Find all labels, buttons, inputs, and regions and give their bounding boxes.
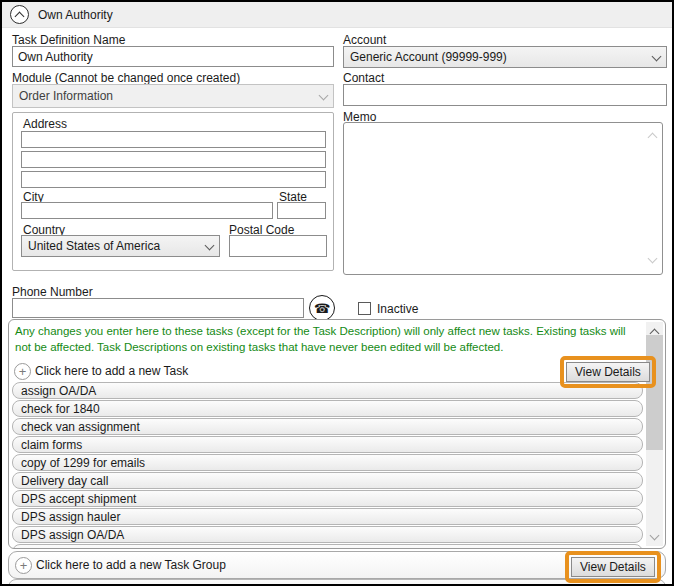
address-line1-input[interactable] <box>21 131 326 148</box>
task-row[interactable]: check van assignment <box>12 418 643 435</box>
contact-label: Contact <box>343 71 384 85</box>
state-input[interactable] <box>277 202 326 219</box>
country-dropdown[interactable]: United States of America <box>21 235 220 257</box>
add-task-label: Click here to add a new Task <box>35 364 188 378</box>
task-row-label: Delivery day call <box>21 474 108 488</box>
account-value: Generic Account (99999-999) <box>350 50 507 64</box>
contact-input[interactable] <box>343 84 667 106</box>
task-row-label: copy of 1299 for emails <box>21 456 145 470</box>
task-row-label: DPS assign OA/DA <box>21 528 124 542</box>
memo-scroll-down-icon <box>648 254 658 264</box>
tasks-notice-text: Any changes you enter here to these task… <box>15 323 629 355</box>
task-row[interactable]: driver's fax <box>12 544 643 548</box>
plus-icon: + <box>15 557 32 574</box>
panel-title: Own Authority <box>38 8 113 22</box>
module-value: Order Information <box>19 89 113 103</box>
task-row-label: claim forms <box>21 438 82 452</box>
scrollbar-thumb[interactable] <box>646 335 663 450</box>
phone-input[interactable] <box>12 298 304 318</box>
view-details-highlight: View Details <box>565 551 661 583</box>
account-label: Account <box>343 33 386 47</box>
task-row[interactable]: DPS accept shipment <box>12 490 643 507</box>
phone-dial-button[interactable]: ☎ <box>309 295 335 321</box>
task-row[interactable]: DPS assign hauler <box>12 508 643 525</box>
task-row[interactable]: claim forms <box>12 436 643 453</box>
address-line3-input[interactable] <box>21 171 326 188</box>
chevron-down-icon <box>319 90 329 100</box>
view-details-group-button[interactable]: View Details <box>571 557 655 577</box>
chevron-down-icon <box>652 51 662 61</box>
task-row-label: assign OA/DA <box>21 384 96 398</box>
task-name-label: Task Definition Name <box>12 33 125 47</box>
inactive-label: Inactive <box>377 302 418 316</box>
view-details-button[interactable]: View Details <box>566 362 650 382</box>
task-row[interactable]: copy of 1299 for emails <box>12 454 643 471</box>
task-row-label: driver's fax <box>21 546 79 549</box>
task-row[interactable]: assign OA/DA <box>12 382 643 399</box>
postal-code-input[interactable] <box>229 235 327 257</box>
panel-header[interactable]: Own Authority <box>2 2 672 28</box>
task-row[interactable]: Delivery day call <box>12 472 643 489</box>
task-row-label: DPS assign hauler <box>21 510 120 524</box>
task-row[interactable]: check for 1840 <box>12 400 643 417</box>
phone-icon: ☎ <box>314 302 330 315</box>
module-label: Module (Cannot be changed once created) <box>12 71 240 85</box>
plus-icon: + <box>14 363 31 380</box>
phone-label: Phone Number <box>12 285 93 299</box>
task-row-label: check van assignment <box>21 420 140 434</box>
task-row-label: DPS accept shipment <box>21 492 136 506</box>
view-details-highlight: View Details <box>560 356 656 388</box>
collapse-chevron-up-icon[interactable] <box>10 5 29 24</box>
inactive-checkbox[interactable] <box>358 302 371 315</box>
own-authority-panel: Own Authority Task Definition Name Modul… <box>0 0 674 586</box>
memo-scroll-up-icon <box>648 133 658 143</box>
address-line2-input[interactable] <box>21 151 326 168</box>
module-dropdown[interactable]: Order Information <box>12 84 334 108</box>
task-row-label: check for 1840 <box>21 402 100 416</box>
tasks-panel: Any changes you enter here to these task… <box>8 319 666 549</box>
country-value: United States of America <box>28 239 160 253</box>
chevron-down-icon <box>205 240 215 250</box>
memo-textarea[interactable] <box>343 122 663 275</box>
task-list: assign OA/DA check for 1840 check van as… <box>12 382 643 548</box>
account-dropdown[interactable]: Generic Account (99999-999) <box>343 46 667 68</box>
task-row[interactable]: DPS assign OA/DA <box>12 526 643 543</box>
add-task-group-label: Click here to add a new Task Group <box>36 558 226 572</box>
add-task-row[interactable]: + Click here to add a new Task <box>14 360 188 382</box>
address-groupbox: Address City State Country United States… <box>12 112 334 271</box>
address-label: Address <box>23 117 67 131</box>
city-input[interactable] <box>21 202 273 219</box>
task-name-input[interactable] <box>12 46 334 67</box>
scroll-down-icon[interactable] <box>650 531 660 541</box>
